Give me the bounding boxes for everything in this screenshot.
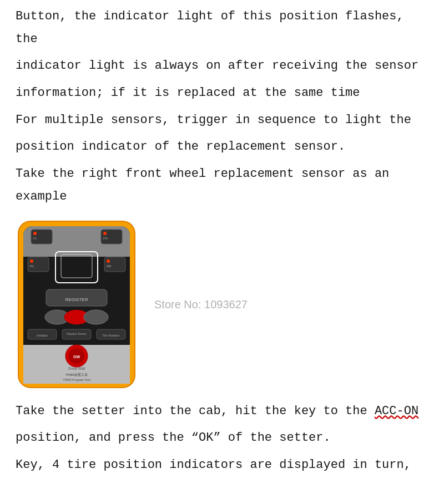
device-section: FL FR RL RR REGISTER bbox=[16, 218, 428, 390]
paragraph-4: For multiple sensors, trigger in sequenc… bbox=[16, 109, 428, 132]
svg-point-22 bbox=[84, 310, 108, 324]
bottom-text-prefix-1: Take the setter into the cab, hit the ke… bbox=[16, 404, 375, 418]
svg-text:FL: FL bbox=[33, 237, 38, 240]
paragraph-3: information; if it is replaced at the sa… bbox=[16, 82, 428, 105]
svg-text:FR: FR bbox=[103, 237, 108, 240]
paragraph-1: Button, the indicator light of this posi… bbox=[16, 6, 428, 50]
paragraph-5: position indicator of the replacement se… bbox=[16, 136, 428, 159]
svg-text:RR: RR bbox=[107, 264, 112, 268]
svg-point-5 bbox=[33, 232, 37, 235]
main-content: Button, the indicator light of this posi… bbox=[16, 6, 428, 477]
svg-text:TPMS设置工具: TPMS设置工具 bbox=[65, 373, 88, 376]
bottom-text-3: Key, 4 tire position indicators are disp… bbox=[16, 458, 411, 472]
bottom-text-block: Take the setter into the cab, hit the ke… bbox=[16, 400, 428, 477]
bottom-paragraph-2: position, and press the “OK” of the sett… bbox=[16, 427, 428, 450]
paragraph-6: Take the right front wheel replacement s… bbox=[16, 163, 428, 208]
svg-text:REGISTER: REGISTER bbox=[65, 297, 88, 302]
svg-text:RL: RL bbox=[30, 264, 34, 268]
svg-text:TPMS Program Tool: TPMS Program Tool bbox=[63, 378, 90, 381]
svg-text:GW: GW bbox=[73, 355, 80, 359]
tpms-device-svg: FL FR RL RR REGISTER bbox=[16, 218, 138, 390]
bottom-text-2: position, and press the “OK” of the sett… bbox=[16, 431, 331, 445]
svg-text:Replace Sensor: Replace Sensor bbox=[67, 332, 87, 335]
acc-on-text: ACC-ON bbox=[375, 404, 418, 418]
top-text-block: Button, the indicator light of this posi… bbox=[16, 6, 428, 208]
svg-text:Great Wall: Great Wall bbox=[68, 366, 85, 370]
svg-point-8 bbox=[103, 232, 107, 235]
svg-text:Tire Rotation: Tire Rotation bbox=[102, 334, 119, 337]
svg-point-11 bbox=[30, 259, 33, 263]
svg-point-14 bbox=[107, 259, 110, 263]
store-number: Store No: 1093627 bbox=[154, 295, 248, 314]
paragraph-2: indicator light is always on after recei… bbox=[16, 55, 428, 78]
bottom-paragraph-3: Key, 4 tire position indicators are disp… bbox=[16, 454, 428, 477]
device-image-wrapper: FL FR RL RR REGISTER bbox=[16, 218, 138, 390]
bottom-paragraph-1: Take the setter into the cab, hit the ke… bbox=[16, 400, 428, 423]
svg-text:Initialize: Initialize bbox=[37, 334, 48, 337]
